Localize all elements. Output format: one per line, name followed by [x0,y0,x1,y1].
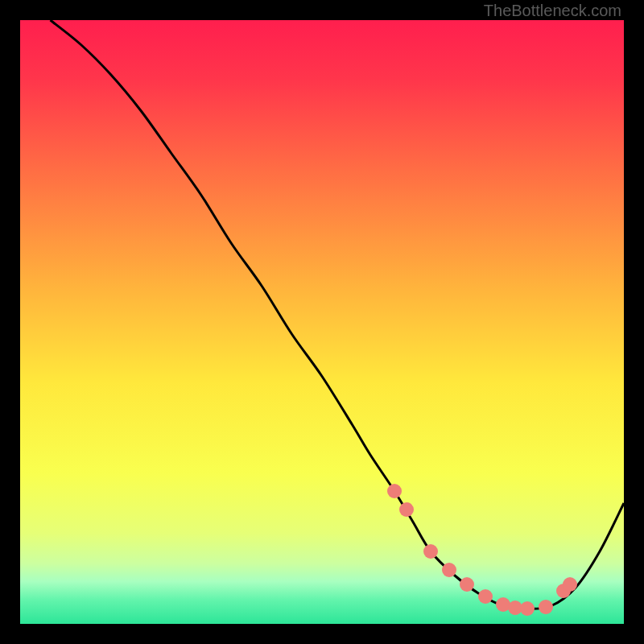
highlight-marker [539,600,553,614]
plot-area [20,20,624,624]
highlight-marker [520,601,535,616]
bottleneck-curve [51,20,625,609]
highlight-marker [563,577,577,592]
highlight-marker [460,577,474,592]
chart-frame: TheBottleneck.com [0,0,644,644]
highlight-marker [399,502,414,517]
curve-layer [20,20,624,624]
highlight-marker [442,563,456,577]
watermark-text: TheBottleneck.com [484,2,621,20]
highlight-marker [478,589,493,604]
highlight-marker [387,484,402,498]
highlight-marker [423,544,438,559]
